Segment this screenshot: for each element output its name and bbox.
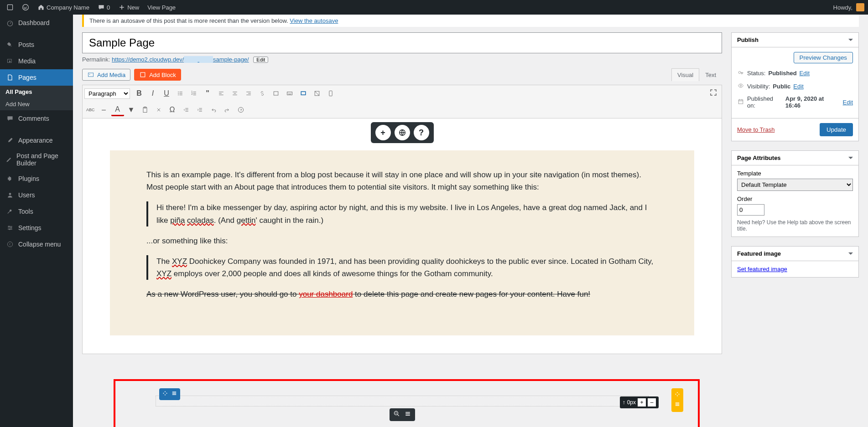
sidebar-item-label: Tools [18, 208, 33, 215]
edit-status-link[interactable]: Edit [800, 70, 810, 77]
permalink-label: Permalink: [82, 56, 110, 63]
blockquote-button[interactable]: " [201, 87, 214, 100]
margin-control[interactable]: ↑0px + – [620, 396, 659, 408]
update-button[interactable]: Update [820, 123, 853, 136]
row-handle[interactable] [159, 388, 180, 400]
edit-visibility-link[interactable]: Edit [793, 83, 803, 90]
distraction-free-button[interactable] [311, 87, 323, 100]
add-media-button[interactable]: Add Media [82, 69, 130, 81]
set-featured-image-link[interactable]: Set featured image [737, 266, 787, 273]
sidebar-item-users[interactable]: Users [0, 187, 73, 203]
help-circle-button[interactable]: ? [414, 125, 429, 140]
clear-format-button[interactable] [152, 103, 165, 116]
number-list-button[interactable]: 12 [187, 87, 200, 100]
insert-more-button[interactable] [270, 87, 282, 100]
fullscreen-button[interactable] [297, 87, 310, 100]
sidebar-item-label: Plugins [18, 175, 39, 182]
add-block-button[interactable]: Add Block [134, 69, 181, 81]
color-dropdown-button[interactable]: ▼ [125, 103, 138, 116]
permalink-edit-button[interactable]: Edit [253, 57, 268, 63]
sidebar-item-plugins[interactable]: Plugins [0, 170, 73, 187]
bold-button[interactable]: B [133, 87, 146, 100]
order-input[interactable] [737, 204, 764, 216]
underline-button[interactable]: U [160, 87, 173, 100]
keyboard-button[interactable] [283, 87, 296, 100]
indent-button[interactable] [193, 103, 206, 116]
sidebar-item-builder[interactable]: Post and Page Builder [0, 149, 73, 170]
italic-button[interactable]: I [146, 87, 159, 100]
sidebar-item-comments[interactable]: Comments [0, 110, 73, 127]
link-button[interactable] [256, 87, 269, 100]
toggle-icon[interactable] [848, 252, 853, 255]
align-right-button[interactable] [242, 87, 255, 100]
howdy-text[interactable]: Howdy, [833, 4, 852, 11]
submenu-all-pages[interactable]: All Pages [0, 86, 73, 98]
undo-button[interactable] [207, 103, 220, 116]
user-avatar[interactable] [856, 3, 864, 11]
sidebar-item-posts[interactable]: Posts [0, 36, 73, 53]
drag-icon[interactable] [162, 390, 168, 398]
save-icon[interactable] [4, 4, 16, 11]
help-button[interactable]: ? [234, 103, 247, 116]
submenu-add-new[interactable]: Add New [0, 98, 73, 110]
outdent-button[interactable] [180, 103, 192, 116]
view-page[interactable]: View Page [145, 4, 178, 11]
sidebar-item-collapse[interactable]: Collapse menu [0, 236, 73, 252]
view-autosave-link[interactable]: View the autosave [290, 17, 338, 24]
comments-count[interactable]: 0 [95, 4, 113, 11]
paste-button[interactable] [139, 103, 151, 116]
margin-minus-button[interactable]: – [648, 398, 656, 406]
wp-logo-icon[interactable] [19, 4, 32, 11]
format-select[interactable]: Paragraph [84, 88, 130, 99]
template-select[interactable]: Default Template [737, 179, 853, 191]
site-name[interactable]: Company Name [35, 4, 92, 11]
edit-date-link[interactable]: Edit [843, 99, 853, 106]
sidebar-item-tools[interactable]: Tools [0, 203, 73, 220]
sidebar-item-media[interactable]: Media [0, 53, 73, 69]
drag-icon[interactable] [674, 391, 681, 399]
hr-button[interactable]: – [98, 103, 110, 116]
builder-overlay: + ? [371, 122, 434, 143]
key-icon [737, 69, 744, 77]
sidebar-item-settings[interactable]: Settings [0, 220, 73, 236]
column-handle[interactable] [671, 388, 683, 412]
sidebar-item-label: Users [18, 191, 35, 199]
redo-button[interactable] [221, 103, 234, 116]
menu-icon[interactable] [171, 390, 177, 398]
preview-button[interactable]: Preview Changes [794, 52, 853, 63]
toggle-icon[interactable] [848, 39, 853, 41]
empty-block[interactable] [156, 396, 649, 406]
align-left-button[interactable] [215, 87, 228, 100]
page-title-input[interactable] [82, 32, 722, 53]
svg-point-1 [23, 5, 29, 10]
tab-text[interactable]: Text [699, 68, 722, 81]
spellcheck-button[interactable]: ABC [84, 103, 97, 116]
brush-icon [5, 136, 15, 145]
bullet-list-button[interactable] [174, 87, 187, 100]
text-color-button[interactable]: A [111, 103, 124, 116]
globe-button[interactable] [395, 125, 410, 140]
add-section-button[interactable]: + [375, 125, 391, 140]
sidebar-item-pages[interactable]: Pages [0, 69, 73, 86]
mobile-button[interactable] [324, 87, 337, 100]
sliders-icon [5, 223, 15, 232]
page-content-area[interactable]: This is an example page. It's different … [110, 150, 694, 335]
tab-visual[interactable]: Visual [671, 68, 699, 81]
new-content[interactable]: New [115, 4, 142, 11]
menu-icon[interactable] [404, 410, 411, 419]
menu-icon[interactable] [674, 401, 681, 409]
sidebar-item-label: Post and Page Builder [16, 152, 68, 167]
zoom-out-icon[interactable] [393, 410, 400, 419]
editor-canvas[interactable]: + ? This is an example page. It's differ… [82, 118, 722, 354]
svg-rect-19 [301, 92, 306, 95]
svg-rect-18 [287, 92, 292, 95]
sidebar-item-appearance[interactable]: Appearance [0, 132, 73, 149]
permalink-link[interactable]: https://demo2.cloudwp.dev/ sample-page/ [112, 56, 249, 63]
sidebar-item-dashboard[interactable]: Dashboard [0, 15, 73, 31]
expand-editor-icon[interactable] [709, 88, 718, 97]
move-to-trash-link[interactable]: Move to Trash [737, 126, 774, 133]
align-center-button[interactable] [229, 87, 241, 100]
special-char-button[interactable]: Ω [166, 103, 179, 116]
toggle-icon[interactable] [848, 157, 853, 159]
margin-plus-button[interactable]: + [638, 398, 646, 406]
